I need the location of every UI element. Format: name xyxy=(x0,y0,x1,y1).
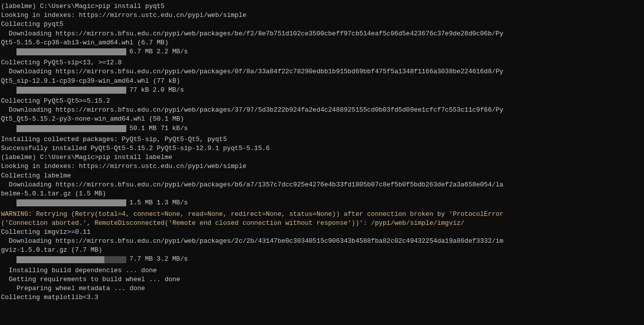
terminal-line: (labelme) C:\Users\Magic>pip install pyq… xyxy=(1,2,643,11)
terminal-line: (labelme) C:\Users\Magic>pip install lab… xyxy=(1,153,643,162)
terminal-line: gviz-1.5.0.tar.gz (7.7 MB) xyxy=(1,246,643,255)
terminal-line: Downloading https://mirrors.bfsu.edu.cn/… xyxy=(1,106,643,115)
terminal-line: Looking in indexes: https://mirrors.ustc… xyxy=(1,162,643,171)
terminal-line: Qt5_sip-12.9.1-cp39-cp39-win_amd64.whl (… xyxy=(1,77,643,86)
download-size-text: 77 kB 2.0 MB/s xyxy=(129,86,184,95)
download-size-text: 50.1 MB 71 kB/s xyxy=(129,124,188,133)
progress-bar-line: 6.7 MB 2.2 MB/s xyxy=(1,47,643,58)
terminal-line: Downloading https://mirrors.bfsu.edu.cn/… xyxy=(1,237,643,246)
terminal-line: Collecting labelme xyxy=(1,171,643,180)
progress-bar-line: 7.7 MB 3.2 MB/s xyxy=(1,255,643,266)
terminal-line: Downloading https://mirrors.bfsu.edu.cn/… xyxy=(1,29,643,38)
progress-bar-line: 50.1 MB 71 kB/s xyxy=(1,124,643,135)
progress-bar-line: 1.5 MB 1.3 MB/s xyxy=(1,198,643,209)
download-size-text: 1.5 MB 1.3 MB/s xyxy=(129,198,188,207)
terminal-line: Looking in indexes: https://mirrors.ustc… xyxy=(1,11,643,20)
terminal-line: Installing build dependencies ... done xyxy=(1,266,643,275)
terminal-window: (labelme) C:\Users\Magic>pip install pyq… xyxy=(0,0,644,325)
terminal-line: Collecting PyQt5-Qt5>=5.15.2 xyxy=(1,97,643,106)
terminal-line: Collecting PyQt5-sip<13, >=12.8 xyxy=(1,58,643,67)
terminal-line: WARNING: Retrying (Retry(total=4, connec… xyxy=(1,210,643,219)
terminal-line: belme-5.0.1.tar.gz (1.5 MB) xyxy=(1,189,643,198)
terminal-line: ('Connection aborted.', RemoteDisconnect… xyxy=(1,219,643,228)
terminal-line: Collecting pyqt5 xyxy=(1,20,643,29)
terminal-line: Downloading https://mirrors.bfsu.edu.cn/… xyxy=(1,180,643,189)
download-size-text: 7.7 MB 3.2 MB/s xyxy=(129,255,188,264)
terminal-line: Collecting imgviz>=0.11 xyxy=(1,228,643,237)
terminal-line: Collecting matplotlib<3.3 xyxy=(1,293,643,302)
terminal-line: Successfully installed PyQt5-Qt5-5.15.2 … xyxy=(1,144,643,153)
terminal-line: Qt5_Qt5-5.15.2-py3-none-win_amd64.whl (5… xyxy=(1,115,643,124)
progress-bar-line: 77 kB 2.0 MB/s xyxy=(1,86,643,97)
terminal-line: Qt5-5.15.6-cp36-abi3-win_amd64.whl (6.7 … xyxy=(1,38,643,47)
download-size-text: 6.7 MB 2.2 MB/s xyxy=(129,47,188,56)
terminal-line: Preparing wheel metadata ... done xyxy=(1,284,643,293)
terminal-line: Getting requirements to build wheel ... … xyxy=(1,275,643,284)
terminal-line: Downloading https://mirrors.bfsu.edu.cn/… xyxy=(1,67,643,76)
terminal-line: Installing collected packages: PyQt5-sip… xyxy=(1,135,643,144)
